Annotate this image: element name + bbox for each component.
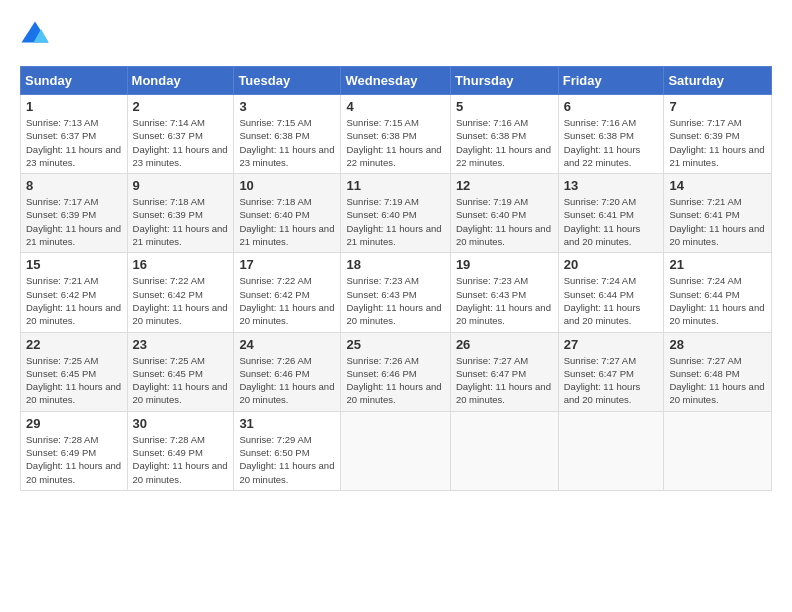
day-number: 21 [669,257,766,272]
page-header [20,20,772,50]
day-number: 12 [456,178,553,193]
day-info: Sunrise: 7:14 AM Sunset: 6:37 PM Dayligh… [133,116,229,169]
day-number: 10 [239,178,335,193]
day-number: 13 [564,178,659,193]
day-number: 23 [133,337,229,352]
day-info: Sunrise: 7:16 AM Sunset: 6:38 PM Dayligh… [456,116,553,169]
day-info: Sunrise: 7:21 AM Sunset: 6:42 PM Dayligh… [26,274,122,327]
day-number: 22 [26,337,122,352]
calendar-cell: 11 Sunrise: 7:19 AM Sunset: 6:40 PM Dayl… [341,174,450,253]
calendar-cell: 19 Sunrise: 7:23 AM Sunset: 6:43 PM Dayl… [450,253,558,332]
day-number: 16 [133,257,229,272]
day-info: Sunrise: 7:26 AM Sunset: 6:46 PM Dayligh… [346,354,444,407]
calendar-cell [664,411,772,490]
day-number: 2 [133,99,229,114]
day-number: 1 [26,99,122,114]
calendar-cell: 21 Sunrise: 7:24 AM Sunset: 6:44 PM Dayl… [664,253,772,332]
calendar-cell: 15 Sunrise: 7:21 AM Sunset: 6:42 PM Dayl… [21,253,128,332]
day-info: Sunrise: 7:21 AM Sunset: 6:41 PM Dayligh… [669,195,766,248]
day-info: Sunrise: 7:18 AM Sunset: 6:39 PM Dayligh… [133,195,229,248]
calendar-cell: 10 Sunrise: 7:18 AM Sunset: 6:40 PM Dayl… [234,174,341,253]
day-info: Sunrise: 7:17 AM Sunset: 6:39 PM Dayligh… [26,195,122,248]
calendar-cell: 8 Sunrise: 7:17 AM Sunset: 6:39 PM Dayli… [21,174,128,253]
day-info: Sunrise: 7:26 AM Sunset: 6:46 PM Dayligh… [239,354,335,407]
day-info: Sunrise: 7:16 AM Sunset: 6:38 PM Dayligh… [564,116,659,169]
calendar-cell: 9 Sunrise: 7:18 AM Sunset: 6:39 PM Dayli… [127,174,234,253]
calendar-cell: 2 Sunrise: 7:14 AM Sunset: 6:37 PM Dayli… [127,95,234,174]
calendar-cell: 7 Sunrise: 7:17 AM Sunset: 6:39 PM Dayli… [664,95,772,174]
day-of-week-header: Saturday [664,67,772,95]
day-number: 7 [669,99,766,114]
day-info: Sunrise: 7:23 AM Sunset: 6:43 PM Dayligh… [456,274,553,327]
day-info: Sunrise: 7:19 AM Sunset: 6:40 PM Dayligh… [456,195,553,248]
calendar-table: SundayMondayTuesdayWednesdayThursdayFrid… [20,66,772,491]
calendar-cell: 6 Sunrise: 7:16 AM Sunset: 6:38 PM Dayli… [558,95,664,174]
day-info: Sunrise: 7:15 AM Sunset: 6:38 PM Dayligh… [239,116,335,169]
calendar-cell: 1 Sunrise: 7:13 AM Sunset: 6:37 PM Dayli… [21,95,128,174]
calendar-cell: 13 Sunrise: 7:20 AM Sunset: 6:41 PM Dayl… [558,174,664,253]
day-info: Sunrise: 7:24 AM Sunset: 6:44 PM Dayligh… [564,274,659,327]
calendar-cell: 28 Sunrise: 7:27 AM Sunset: 6:48 PM Dayl… [664,332,772,411]
day-number: 30 [133,416,229,431]
day-number: 3 [239,99,335,114]
calendar-cell: 18 Sunrise: 7:23 AM Sunset: 6:43 PM Dayl… [341,253,450,332]
day-of-week-header: Friday [558,67,664,95]
day-info: Sunrise: 7:29 AM Sunset: 6:50 PM Dayligh… [239,433,335,486]
calendar-cell: 3 Sunrise: 7:15 AM Sunset: 6:38 PM Dayli… [234,95,341,174]
day-of-week-header: Wednesday [341,67,450,95]
calendar-cell [450,411,558,490]
day-number: 19 [456,257,553,272]
day-info: Sunrise: 7:13 AM Sunset: 6:37 PM Dayligh… [26,116,122,169]
day-info: Sunrise: 7:25 AM Sunset: 6:45 PM Dayligh… [133,354,229,407]
calendar-cell [558,411,664,490]
calendar-cell: 4 Sunrise: 7:15 AM Sunset: 6:38 PM Dayli… [341,95,450,174]
day-number: 11 [346,178,444,193]
day-number: 25 [346,337,444,352]
calendar-cell: 26 Sunrise: 7:27 AM Sunset: 6:47 PM Dayl… [450,332,558,411]
calendar-week-row: 8 Sunrise: 7:17 AM Sunset: 6:39 PM Dayli… [21,174,772,253]
day-of-week-header: Sunday [21,67,128,95]
day-number: 27 [564,337,659,352]
day-info: Sunrise: 7:25 AM Sunset: 6:45 PM Dayligh… [26,354,122,407]
calendar-cell: 16 Sunrise: 7:22 AM Sunset: 6:42 PM Dayl… [127,253,234,332]
logo [20,20,54,50]
calendar-cell: 24 Sunrise: 7:26 AM Sunset: 6:46 PM Dayl… [234,332,341,411]
calendar-week-row: 15 Sunrise: 7:21 AM Sunset: 6:42 PM Dayl… [21,253,772,332]
day-info: Sunrise: 7:23 AM Sunset: 6:43 PM Dayligh… [346,274,444,327]
day-info: Sunrise: 7:22 AM Sunset: 6:42 PM Dayligh… [133,274,229,327]
day-info: Sunrise: 7:24 AM Sunset: 6:44 PM Dayligh… [669,274,766,327]
calendar-cell: 27 Sunrise: 7:27 AM Sunset: 6:47 PM Dayl… [558,332,664,411]
calendar-week-row: 29 Sunrise: 7:28 AM Sunset: 6:49 PM Dayl… [21,411,772,490]
day-info: Sunrise: 7:18 AM Sunset: 6:40 PM Dayligh… [239,195,335,248]
day-info: Sunrise: 7:22 AM Sunset: 6:42 PM Dayligh… [239,274,335,327]
day-number: 29 [26,416,122,431]
day-info: Sunrise: 7:27 AM Sunset: 6:47 PM Dayligh… [456,354,553,407]
day-info: Sunrise: 7:27 AM Sunset: 6:48 PM Dayligh… [669,354,766,407]
day-of-week-header: Thursday [450,67,558,95]
day-info: Sunrise: 7:20 AM Sunset: 6:41 PM Dayligh… [564,195,659,248]
day-info: Sunrise: 7:28 AM Sunset: 6:49 PM Dayligh… [133,433,229,486]
day-info: Sunrise: 7:27 AM Sunset: 6:47 PM Dayligh… [564,354,659,407]
day-number: 24 [239,337,335,352]
calendar-week-row: 1 Sunrise: 7:13 AM Sunset: 6:37 PM Dayli… [21,95,772,174]
day-info: Sunrise: 7:19 AM Sunset: 6:40 PM Dayligh… [346,195,444,248]
calendar-week-row: 22 Sunrise: 7:25 AM Sunset: 6:45 PM Dayl… [21,332,772,411]
calendar-cell: 14 Sunrise: 7:21 AM Sunset: 6:41 PM Dayl… [664,174,772,253]
day-number: 4 [346,99,444,114]
day-info: Sunrise: 7:28 AM Sunset: 6:49 PM Dayligh… [26,433,122,486]
day-info: Sunrise: 7:17 AM Sunset: 6:39 PM Dayligh… [669,116,766,169]
day-info: Sunrise: 7:15 AM Sunset: 6:38 PM Dayligh… [346,116,444,169]
calendar-cell: 17 Sunrise: 7:22 AM Sunset: 6:42 PM Dayl… [234,253,341,332]
day-number: 5 [456,99,553,114]
calendar-cell: 29 Sunrise: 7:28 AM Sunset: 6:49 PM Dayl… [21,411,128,490]
calendar-cell [341,411,450,490]
calendar-cell: 25 Sunrise: 7:26 AM Sunset: 6:46 PM Dayl… [341,332,450,411]
calendar-cell: 20 Sunrise: 7:24 AM Sunset: 6:44 PM Dayl… [558,253,664,332]
calendar-cell: 12 Sunrise: 7:19 AM Sunset: 6:40 PM Dayl… [450,174,558,253]
logo-icon [20,20,50,50]
calendar-cell: 23 Sunrise: 7:25 AM Sunset: 6:45 PM Dayl… [127,332,234,411]
day-number: 18 [346,257,444,272]
day-number: 9 [133,178,229,193]
calendar-cell: 31 Sunrise: 7:29 AM Sunset: 6:50 PM Dayl… [234,411,341,490]
calendar-cell: 5 Sunrise: 7:16 AM Sunset: 6:38 PM Dayli… [450,95,558,174]
